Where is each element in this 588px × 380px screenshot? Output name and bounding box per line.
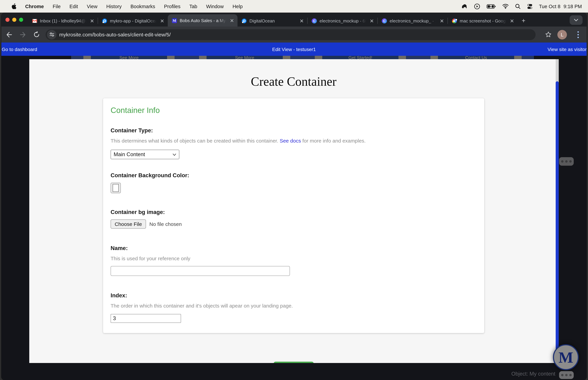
chevron-down-icon bbox=[172, 153, 176, 156]
chrome-menu-icon[interactable] bbox=[572, 29, 584, 40]
tab-inbox[interactable]: Inbox (1) - ldholley94@gm ✕ bbox=[28, 15, 98, 27]
menu-window[interactable]: Window bbox=[202, 3, 228, 9]
landing-card: See More bbox=[187, 56, 303, 59]
tab-electronics-mockup-2[interactable]: C electronics_mockup_ - 12 ✕ bbox=[378, 15, 447, 27]
container-options-handle[interactable] bbox=[559, 157, 574, 166]
window-close-button[interactable] bbox=[5, 18, 10, 22]
window-minimize-button[interactable] bbox=[12, 18, 16, 22]
bookmark-star-icon[interactable] bbox=[542, 29, 554, 40]
menu-help[interactable]: Help bbox=[228, 3, 247, 9]
macos-menubar: Chrome File Edit View History Bookmarks … bbox=[0, 0, 588, 13]
menu-file[interactable]: File bbox=[48, 3, 65, 9]
tab-electronics-mockup-1[interactable]: C electronics_mockup - 60 ✕ bbox=[308, 15, 377, 27]
index-label: Index: bbox=[111, 292, 477, 299]
card-image-fragment bbox=[430, 56, 438, 59]
address-bar[interactable]: mykrosite.com/bobs-auto-sales/client-edi… bbox=[46, 29, 536, 40]
apple-menu-icon[interactable] bbox=[7, 3, 21, 9]
container-type-select[interactable]: Main Content bbox=[111, 150, 179, 159]
menubar-clock[interactable]: Tue Oct 8 9:18 PM bbox=[539, 3, 582, 9]
card-image-fragment bbox=[514, 56, 522, 59]
tab-close-icon[interactable]: ✕ bbox=[159, 18, 165, 23]
site-settings-icon[interactable] bbox=[47, 30, 57, 39]
back-button[interactable] bbox=[3, 29, 15, 40]
get-started-button[interactable]: Get Started! bbox=[322, 56, 398, 59]
menu-view[interactable]: View bbox=[82, 3, 102, 9]
mammoth-app-icon[interactable] bbox=[461, 3, 468, 9]
wifi-icon[interactable] bbox=[502, 4, 509, 9]
reload-button[interactable] bbox=[31, 29, 42, 40]
color-value-swatch bbox=[113, 184, 119, 192]
tab-search-button[interactable] bbox=[570, 15, 583, 25]
view-site-as-visitor-link[interactable]: View site as visitor bbox=[548, 46, 587, 52]
url-text: mykrosite.com/bobs-auto-sales/client-edi… bbox=[59, 32, 171, 38]
canva-icon: C bbox=[382, 18, 387, 23]
help-text: for more info and examples. bbox=[301, 138, 366, 144]
create-button[interactable]: Create bbox=[274, 362, 314, 363]
tab-mykro-app-do[interactable]: mykro-app - DigitalOcean ✕ bbox=[98, 15, 168, 27]
battery-charging-icon[interactable] bbox=[487, 4, 496, 9]
control-center-icon[interactable] bbox=[527, 3, 532, 9]
card-image-fragment bbox=[283, 56, 290, 59]
mykro-logo-badge[interactable]: M bbox=[553, 344, 579, 370]
tab-title: mykro-app - DigitalOcean bbox=[110, 18, 157, 23]
see-more-button[interactable]: See More bbox=[207, 56, 283, 59]
object-options-handle[interactable] bbox=[559, 371, 574, 379]
tab-close-icon[interactable]: ✕ bbox=[369, 18, 375, 23]
container-type-label: Container Type: bbox=[111, 127, 477, 134]
ellipsis-icon bbox=[561, 374, 564, 376]
forward-button[interactable] bbox=[17, 29, 29, 40]
name-input[interactable] bbox=[111, 266, 290, 276]
scrollbar-track[interactable] bbox=[556, 59, 559, 363]
menubar-time: 9:18 PM bbox=[564, 3, 582, 9]
card-image-fragment bbox=[398, 56, 406, 59]
profile-avatar[interactable]: L bbox=[557, 30, 567, 39]
tab-close-icon[interactable]: ✕ bbox=[229, 18, 235, 23]
see-more-button[interactable]: See More bbox=[91, 56, 167, 59]
tab-mac-screenshot[interactable]: mac screenshot - Google ✕ bbox=[448, 15, 518, 27]
menubar-date: Tue Oct 8 bbox=[539, 3, 560, 9]
landing-card: Get Started! bbox=[303, 56, 418, 59]
google-icon bbox=[452, 18, 457, 23]
landing-page-strip: See More See More Get Started! Contact U… bbox=[1, 56, 587, 59]
browser-window: Inbox (1) - ldholley94@gm ✕ mykro-app - … bbox=[1, 13, 587, 380]
menu-bookmarks[interactable]: Bookmarks bbox=[126, 3, 160, 9]
menubar-app-name[interactable]: Chrome bbox=[21, 3, 48, 9]
choose-file-button[interactable]: Choose File bbox=[111, 219, 146, 228]
edit-view-title: Edit View - testuser1 bbox=[1, 46, 587, 52]
tab-title: mac screenshot - Google bbox=[460, 18, 507, 23]
bg-color-label: Container Background Color: bbox=[111, 172, 477, 179]
ellipsis-icon bbox=[561, 160, 564, 163]
bg-color-picker[interactable] bbox=[111, 183, 121, 193]
menu-history[interactable]: History bbox=[102, 3, 126, 9]
name-label: Name: bbox=[111, 245, 477, 251]
editor-bar: Go to dashboard Edit View - testuser1 Vi… bbox=[1, 42, 587, 56]
tab-digitalocean[interactable]: DigitalOcean ✕ bbox=[238, 15, 307, 27]
gmail-icon bbox=[32, 18, 37, 23]
tab-close-icon[interactable]: ✕ bbox=[299, 18, 304, 23]
tab-close-icon[interactable]: ✕ bbox=[89, 18, 95, 23]
scrollbar-thumb[interactable] bbox=[556, 81, 559, 350]
tab-title: Inbox (1) - ldholley94@gm bbox=[40, 18, 87, 23]
file-chosen-text: No file chosen bbox=[149, 221, 182, 227]
window-zoom-button[interactable] bbox=[19, 18, 23, 22]
menu-tab[interactable]: Tab bbox=[185, 3, 202, 9]
index-input[interactable] bbox=[111, 314, 181, 323]
new-tab-button[interactable]: + bbox=[518, 15, 530, 27]
selected-option: Main Content bbox=[114, 152, 172, 157]
tab-bobs-auto-sales-active[interactable]: M Bobs Auto Sales - a Mykr ✕ bbox=[168, 14, 238, 27]
container-info-card: Container Info Container Type: This dete… bbox=[103, 98, 484, 333]
browser-toolbar: mykrosite.com/bobs-auto-sales/client-edi… bbox=[1, 27, 587, 42]
card-image-fragment bbox=[83, 56, 91, 59]
see-docs-link[interactable]: See docs bbox=[280, 138, 301, 144]
spotlight-search-icon[interactable] bbox=[515, 3, 521, 9]
create-container-panel: Create Container Container Info Containe… bbox=[29, 59, 558, 363]
menu-profiles[interactable]: Profiles bbox=[160, 3, 185, 9]
name-help: This is used for your reference only bbox=[111, 255, 477, 261]
tab-close-icon[interactable]: ✕ bbox=[509, 18, 515, 23]
card-image-fragment bbox=[315, 56, 322, 59]
menu-edit[interactable]: Edit bbox=[65, 3, 82, 9]
play-circle-icon[interactable] bbox=[474, 3, 480, 9]
tab-close-icon[interactable]: ✕ bbox=[439, 18, 445, 23]
contact-us-button[interactable]: Contact Us bbox=[438, 56, 514, 59]
card-image-fragment bbox=[199, 56, 207, 59]
